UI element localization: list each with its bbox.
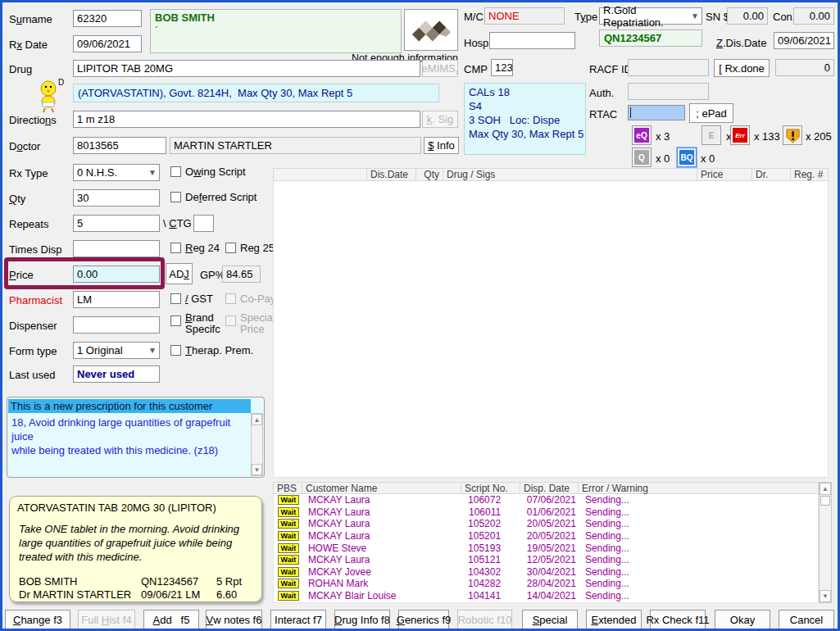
queue-scrollbar[interactable]: ▲ ▼ (819, 482, 832, 603)
copay-checkbox[interactable]: Co-Pay] (225, 293, 279, 305)
deferred-script-checkbox[interactable]: Deferred Script (170, 192, 257, 203)
history-table-body[interactable] (273, 181, 829, 478)
history-col-qty[interactable]: Qty (416, 168, 443, 181)
reg25-checkbox[interactable]: Reg 25 (225, 243, 275, 254)
queue-col-date[interactable]: Disp. Date (520, 482, 579, 494)
owing-script-checkbox[interactable]: Owing Script (170, 166, 246, 178)
queue-col-pbs[interactable]: PBS (273, 482, 302, 494)
doctor-name-box: MARTIN STARTLER (170, 137, 421, 154)
history-col-price[interactable]: Price (697, 168, 752, 181)
generics-button[interactable]: Generics f9 (398, 610, 449, 630)
times-disp-field[interactable] (73, 240, 160, 257)
history-table-header: Dis.Date Qty Drug / Sigs Price Dr. Reg. … (273, 168, 829, 181)
full-hist-button[interactable]: Full Hist f4 (78, 610, 135, 630)
auth-label: Auth. (589, 87, 614, 99)
qty-field[interactable]: 30 (73, 189, 160, 207)
rx-type-select[interactable]: 0 N.H.S.▼ (73, 164, 160, 181)
special-price-checkbox[interactable]: Special Price (225, 312, 275, 335)
repeats-field[interactable]: 5 (73, 215, 160, 232)
queue-row[interactable]: WaitHOWE Steve10519319/05/2021Sending... (274, 542, 818, 554)
hosp-field[interactable] (489, 32, 575, 49)
history-col-reg[interactable]: Reg. # (791, 168, 829, 181)
gst-checkbox[interactable]: / GST (170, 293, 213, 305)
special-button[interactable]: Special (522, 610, 578, 630)
q-badge[interactable]: Q (632, 148, 652, 167)
sig-button[interactable]: k. Sig (422, 111, 458, 128)
surname-field[interactable]: 62320 (73, 10, 142, 27)
type-select[interactable]: R.Gold Repatriation.▼ (599, 7, 702, 25)
drug-field[interactable]: LIPITOR TAB 20MG (73, 60, 420, 77)
cmp-field[interactable]: 123 (491, 59, 513, 76)
queue-row[interactable]: WaitMCKAY Laura10512112/05/2021Sending..… (274, 554, 818, 566)
text-cursor (630, 107, 631, 118)
queue-row[interactable]: WaitMCKAY Laura10607207/06/2021Sending..… (274, 494, 818, 506)
epad-button[interactable]: ; ePad (689, 103, 733, 123)
rx-check-button[interactable]: Rx Check f11 (650, 610, 706, 630)
notes-scrollbar[interactable]: ▲ ▼ (251, 413, 263, 476)
queue-col-customer[interactable]: Customer Name (302, 482, 461, 494)
brand-specific-checkbox[interactable]: Brand Specifc (170, 312, 220, 335)
wait-badge: Wait (278, 579, 300, 588)
e-badge[interactable]: E (702, 125, 721, 145)
interact-button[interactable]: Interact f7 (270, 610, 326, 630)
okay-button[interactable]: Okay (715, 610, 770, 630)
change-button[interactable]: Change f3 (5, 610, 70, 630)
zdis-date-field[interactable]: 09/06/2021 (774, 32, 834, 49)
rx-done-button[interactable]: [ Rx.done (714, 59, 770, 77)
drug-info-button[interactable]: Drug Info f8 (334, 610, 390, 630)
reg24-checkbox[interactable]: Reg 24 (170, 243, 220, 254)
add-button[interactable]: Add f5 (143, 610, 199, 630)
rtac-field[interactable] (628, 105, 685, 120)
history-col-disdate[interactable]: Dis.Date (367, 168, 416, 181)
queue-row[interactable]: WaitMCKAY Laura10601101/06/2021Sending..… (274, 506, 818, 519)
scroll-up-icon[interactable]: ▲ (820, 483, 831, 495)
times-disp-label: Times Disp (9, 243, 62, 256)
history-col-dr[interactable]: Dr. (752, 168, 791, 181)
history-col-drug[interactable]: Drug / Sigs (443, 168, 697, 181)
pharmacist-field[interactable]: LM (73, 291, 160, 308)
adj-button[interactable]: ADJ (166, 263, 193, 284)
dollar-info-button[interactable]: $ Info (424, 137, 459, 154)
ctg-field[interactable] (193, 215, 214, 232)
qty-label: Qty (9, 193, 25, 205)
vw-notes-button[interactable]: Vw notes f6 (206, 610, 262, 630)
svg-text:D: D (58, 78, 64, 87)
queue-row[interactable]: WaitMCKAY Laura10520120/05/2021Sending..… (274, 530, 818, 542)
doctor-code-field[interactable]: 8013565 (73, 137, 166, 154)
scroll-up-icon[interactable]: ▲ (252, 414, 262, 425)
label-preview-directions: Take ONE tablet in the morning. Avoid dr… (19, 522, 253, 564)
queue-col-error[interactable]: Error / Warning (579, 482, 819, 494)
history-col-blank[interactable] (273, 168, 367, 181)
queue-row[interactable]: WaitMCKAY Blair Louise10414114/04/2021Se… (274, 590, 818, 602)
scroll-down-icon[interactable]: ▼ (820, 590, 831, 602)
cal-info-box: CALs 18 S4 3 SOH Loc: Dispe Max Qty 30, … (464, 83, 586, 155)
queue-row[interactable]: WaitMCKAY Laura10520220/05/2021Sending..… (274, 518, 818, 530)
patient-image-box[interactable] (404, 9, 458, 51)
wait-badge: Wait (278, 519, 300, 529)
type-label: Type (574, 11, 597, 23)
dispenser-field[interactable] (73, 316, 160, 334)
therap-prem-checkbox[interactable]: Therap. Prem. (170, 345, 253, 356)
error-badge[interactable]: Err (730, 125, 750, 145)
label-preview: ATORVASTATIN TAB 20MG 30 (LIPITOR) Take … (9, 496, 262, 602)
queue-row[interactable]: WaitMCKAY Jovee10430230/04/2021Sending..… (274, 566, 818, 579)
wait-badge: Wait (278, 495, 300, 505)
queue-col-script[interactable]: Script No. (461, 482, 520, 494)
robotic-button[interactable]: Robotic f10 (457, 610, 512, 630)
scroll-down-icon[interactable]: ▼ (252, 464, 262, 475)
directions-field[interactable]: 1 m z18 (73, 111, 420, 128)
equeue-badge[interactable]: eQ (632, 125, 652, 145)
form-type-select[interactable]: 1 Original▼ (73, 342, 160, 359)
sn-value-box: 0.00 (727, 7, 768, 25)
cancel-button[interactable]: Cancel (779, 610, 834, 630)
price-field[interactable]: 0.00 (73, 266, 160, 283)
notes-title: This is a new prescription for this cust… (8, 399, 251, 413)
queue-row[interactable]: WaitROHAN Mark10428228/04/2021Sending... (274, 578, 818, 590)
patient-name-box[interactable]: BOB SMITH ´ (150, 9, 402, 53)
rx-date-field[interactable]: 09/06/2021 (73, 35, 142, 52)
warning-badge[interactable] (783, 125, 802, 145)
extended-button[interactable]: Extended (586, 610, 642, 630)
emims-button[interactable]: eMIMS. (422, 60, 458, 77)
scrollbar-thumb[interactable] (820, 496, 830, 506)
bq-badge[interactable]: BQ (677, 148, 697, 167)
